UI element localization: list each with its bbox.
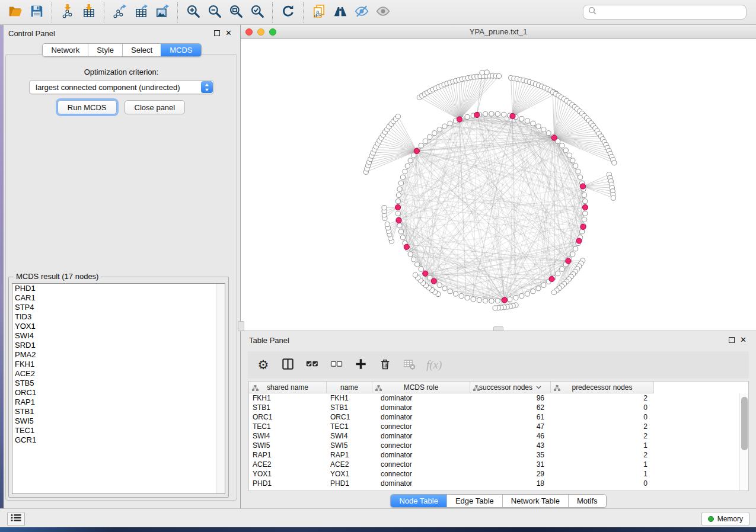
network-node[interactable] [495,299,500,303]
split-columns-button[interactable] [280,357,295,373]
add-column-button[interactable] [353,357,368,373]
network-node[interactable] [432,131,437,136]
network-node[interactable] [398,181,403,185]
table-row[interactable]: SWI5SWI5connector431 [249,441,748,450]
table-row[interactable]: FKH1FKH1dominator962 [249,393,748,403]
column-header-shared-name[interactable]: shared name [249,382,327,393]
mcds-result-item[interactable]: TID3 [12,312,225,322]
zoom-selected-button[interactable] [247,2,268,23]
network-node[interactable] [560,143,564,148]
network-node[interactable] [465,114,470,119]
mcds-result-item[interactable]: PMA2 [12,350,225,360]
mcds-hub-node[interactable] [457,117,462,122]
network-node[interactable] [567,153,572,158]
network-node[interactable] [415,262,420,267]
network-node[interactable] [423,139,428,143]
column-header-predecessor-nodes[interactable]: predecessor nodes [551,382,654,393]
network-node[interactable] [413,273,417,277]
export-network-button[interactable] [109,2,130,23]
clone-network-button[interactable] [308,2,330,23]
mcds-list-scrollbar[interactable] [216,284,225,493]
clear-selection-button[interactable] [329,357,343,373]
network-node[interactable] [395,114,400,118]
network-node[interactable] [489,299,494,303]
mcds-result-item[interactable]: CAR1 [12,293,225,303]
task-history-button[interactable] [7,512,25,526]
close-panel-icon[interactable]: ✕ [225,31,232,36]
mcds-result-item[interactable]: SWI5 [12,416,225,426]
refresh-network-button[interactable] [277,2,299,23]
network-node[interactable] [570,158,575,163]
network-node[interactable] [483,111,488,116]
table-tab-node-table[interactable]: Node Table [391,495,446,507]
network-node[interactable] [437,127,442,132]
network-window-titlebar[interactable]: YPA_prune.txt_1 [241,25,756,39]
run-mcds-button[interactable]: Run MCDS [58,100,117,114]
column-header-successor-nodes[interactable]: successor nodes [470,382,551,393]
network-node[interactable] [495,111,500,116]
network-node[interactable] [408,252,413,257]
network-node[interactable] [382,205,387,210]
table-scrollbar[interactable] [739,393,748,491]
close-panel-button[interactable]: Close panel [125,100,186,114]
table-row[interactable]: SWI4SWI4dominator462 [249,431,748,441]
table-row[interactable]: ORC1ORC1dominator610 [249,412,748,422]
network-node[interactable] [496,73,501,78]
network-node[interactable] [541,283,546,287]
mcds-result-item[interactable]: SWI4 [12,331,225,341]
show-graphics-details-button[interactable] [372,2,394,23]
mcds-hub-node[interactable] [549,276,554,281]
network-node[interactable] [453,291,458,296]
network-node[interactable] [536,286,541,291]
delete-column-button[interactable] [378,357,392,373]
mcds-result-item[interactable]: SRD1 [12,341,225,350]
network-node[interactable] [560,267,564,271]
network-node[interactable] [502,112,506,117]
mcds-result-item[interactable]: FKH1 [12,360,225,369]
mcds-result-item[interactable]: YOX1 [12,322,225,331]
network-node[interactable] [578,175,583,180]
zoom-fit-button[interactable] [225,2,247,23]
export-image-button[interactable] [152,2,173,23]
mcds-hub-node[interactable] [576,238,582,243]
network-node[interactable] [551,290,556,294]
table-row[interactable]: PHD1PHD1dominator180 [249,479,748,488]
network-node[interactable] [612,161,617,165]
network-node[interactable] [573,246,578,251]
network-node[interactable] [442,124,447,129]
mcds-hub-node[interactable] [580,224,586,229]
mcds-result-item[interactable]: ACE2 [12,369,225,379]
network-node[interactable] [582,193,587,197]
network-node[interactable] [546,131,551,136]
network-node[interactable] [531,289,535,294]
table-row[interactable]: STB1STB1dominator620 [249,403,748,412]
network-node[interactable] [395,199,400,204]
network-node[interactable] [480,70,484,75]
network-node[interactable] [428,134,432,139]
mcds-hub-node[interactable] [404,244,409,249]
network-node[interactable] [525,291,529,296]
zoom-in-button[interactable] [183,2,204,23]
table-tab-motifs[interactable]: Motifs [568,495,606,507]
save-session-button[interactable] [26,2,47,23]
network-node[interactable] [570,252,575,257]
tab-select[interactable]: Select [122,44,161,56]
network-node[interactable] [405,164,410,168]
table-row[interactable]: ACE2ACE2connector311 [249,460,748,469]
close-table-panel-icon[interactable]: ✕ [740,338,747,342]
mcds-hub-node[interactable] [431,278,436,284]
mcds-result-item[interactable]: STB1 [12,407,225,416]
memory-button[interactable]: Memory [701,512,749,526]
network-node[interactable] [583,199,588,204]
search-input[interactable] [583,5,747,20]
mcds-result-list[interactable]: PHD1CAR1STP4TID3YOX1SWI4SRD1PMA2FKH1ACE2… [12,283,225,494]
mcds-result-item[interactable]: RAP1 [12,398,225,407]
network-node[interactable] [563,148,568,153]
network-node[interactable] [611,196,615,200]
open-session-button[interactable] [5,2,26,23]
network-node[interactable] [459,294,464,299]
table-tab-edge-table[interactable]: Edge Table [446,495,502,507]
network-node[interactable] [582,217,587,222]
mcds-hub-node[interactable] [414,148,419,153]
network-node[interactable] [484,70,489,75]
